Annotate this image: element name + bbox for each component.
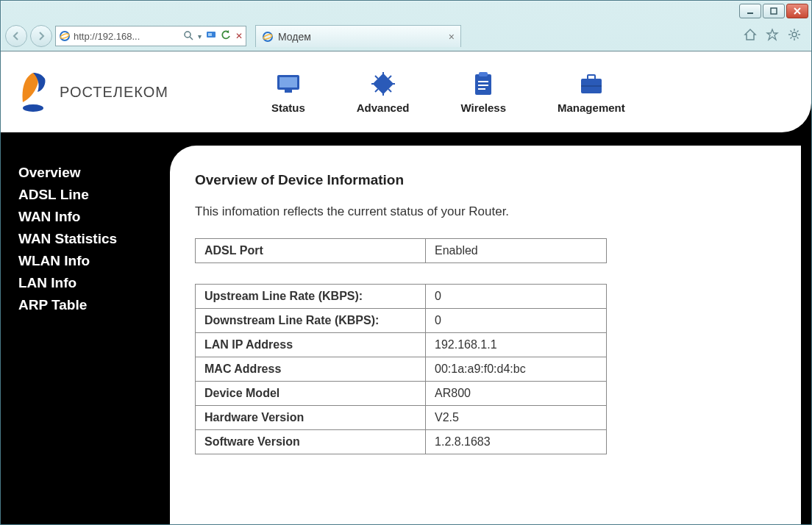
browser-toolbar: http://192.168... ▾ ✕ Модем × (1, 21, 811, 51)
tab-title: Модем (278, 31, 311, 43)
nav-advanced[interactable]: Advanced (357, 71, 410, 114)
nav-label: Management (558, 101, 625, 114)
window-titlebar (1, 1, 811, 21)
cell-label: Software Version (196, 430, 426, 454)
nav-management[interactable]: Management (558, 71, 625, 114)
sidebar-item-adsl-line[interactable]: ADSL Line (18, 184, 170, 206)
top-nav: Status Advanced Wireless Management (271, 71, 625, 114)
cell-label: ADSL Port (196, 239, 426, 263)
cell-label: Downstream Line Rate (KBPS): (196, 309, 426, 333)
home-icon[interactable] (744, 28, 757, 44)
address-bar-icons: ▾ ✕ (183, 30, 243, 43)
rostelecom-logo-icon (15, 70, 51, 114)
browser-window: http://192.168... ▾ ✕ Модем × (0, 0, 812, 525)
sidebar-item-overview[interactable]: Overview (18, 162, 170, 184)
minimize-button[interactable] (739, 4, 761, 18)
svg-rect-1 (771, 8, 777, 14)
page-content: РОСТЕЛЕКОМ Status Advanced Wireless Man (1, 51, 811, 524)
brand-name: РОСТЕЛЕКОМ (60, 84, 168, 101)
table-row: Device ModelAR800 (196, 382, 607, 406)
browser-tab[interactable]: Модем × (255, 25, 461, 47)
svg-point-10 (792, 32, 797, 37)
nav-wireless[interactable]: Wireless (460, 71, 506, 114)
sidebar-item-wan-statistics[interactable]: WAN Statistics (18, 228, 170, 250)
svg-point-4 (185, 32, 190, 38)
clipboard-icon (472, 71, 494, 96)
device-info-table: Upstream Line Rate (KBPS):0 Downstream L… (195, 284, 607, 454)
table-row: LAN IP Address192.168.1.1 (196, 333, 607, 357)
svg-line-16 (797, 38, 799, 39)
svg-line-18 (791, 38, 792, 39)
svg-rect-22 (285, 90, 292, 93)
cell-value: V2.5 (426, 406, 607, 430)
cell-label: Upstream Line Rate (KBPS): (196, 285, 426, 309)
table-row: ADSL Port Enabled (196, 239, 607, 263)
stop-icon[interactable]: ✕ (235, 31, 243, 41)
table-row: Software Version1.2.8.1683 (196, 430, 607, 454)
cell-label: Hardware Version (196, 406, 426, 430)
cell-value: 1.2.8.1683 (426, 430, 607, 454)
search-icon[interactable] (183, 30, 193, 43)
nav-label: Wireless (460, 101, 506, 114)
sidebar-item-arp-table[interactable]: ARP Table (18, 294, 170, 316)
back-button[interactable] (5, 25, 27, 47)
nav-label: Status (271, 101, 305, 114)
table-row: MAC Address00:1a:a9:f0:d4:bc (196, 357, 607, 382)
table-row: Downstream Line Rate (KBPS):0 (196, 309, 607, 333)
ie-icon (262, 31, 274, 43)
cell-value: AR800 (426, 382, 607, 406)
chip-icon (371, 72, 395, 96)
close-button[interactable] (786, 4, 808, 18)
sidebar-item-wlan-info[interactable]: WLAN Info (18, 250, 170, 272)
cell-value: 00:1a:a9:f0:d4:bc (426, 357, 607, 382)
svg-line-17 (797, 31, 799, 32)
svg-line-29 (388, 89, 391, 92)
tools-icon[interactable] (788, 28, 801, 44)
nav-label: Advanced (357, 101, 410, 114)
top-banner: РОСТЕЛЕКОМ Status Advanced Wireless Man (1, 51, 811, 132)
dropdown-arrow-icon[interactable]: ▾ (198, 32, 202, 40)
page-subtext: This infomation reflects the current sta… (195, 204, 776, 219)
cell-value: 0 (426, 285, 607, 309)
sidebar-item-lan-info[interactable]: LAN Info (18, 272, 170, 294)
maximize-button[interactable] (763, 4, 785, 18)
brand-logo: РОСТЕЛЕКОМ (15, 70, 168, 114)
adsl-port-table: ADSL Port Enabled (195, 238, 607, 263)
main-panel: Overview of Device Information This info… (170, 146, 801, 524)
svg-rect-38 (588, 75, 595, 79)
svg-line-31 (375, 89, 378, 92)
cell-label: Device Model (196, 382, 426, 406)
browser-right-icons (744, 28, 807, 44)
cell-value: Enabled (426, 239, 607, 263)
svg-line-28 (375, 76, 378, 79)
compat-view-icon[interactable] (206, 31, 216, 42)
svg-line-30 (388, 76, 391, 79)
sidebar-item-wan-info[interactable]: WAN Info (18, 206, 170, 228)
address-bar[interactable]: http://192.168... ▾ ✕ (55, 26, 246, 46)
svg-rect-21 (279, 77, 297, 88)
refresh-icon[interactable] (221, 30, 231, 43)
address-text: http://192.168... (74, 31, 140, 42)
cell-value: 192.168.1.1 (426, 333, 607, 357)
cell-value: 0 (426, 309, 607, 333)
svg-line-5 (190, 37, 193, 40)
forward-button[interactable] (30, 25, 52, 47)
svg-point-19 (23, 104, 43, 112)
svg-rect-7 (208, 33, 212, 36)
nav-status[interactable]: Status (271, 71, 305, 114)
table-row: Upstream Line Rate (KBPS):0 (196, 285, 607, 309)
monitor-icon (276, 74, 301, 94)
page-heading: Overview of Device Information (195, 172, 776, 188)
table-row: Hardware VersionV2.5 (196, 406, 607, 430)
ie-icon (59, 30, 71, 42)
tab-close-icon[interactable]: × (449, 31, 455, 43)
cell-label: MAC Address (196, 357, 426, 382)
svg-line-15 (791, 31, 792, 32)
briefcase-icon (580, 73, 603, 95)
svg-rect-33 (479, 72, 488, 76)
sidebar: Overview ADSL Line WAN Info WAN Statisti… (1, 132, 170, 524)
cell-label: LAN IP Address (196, 333, 426, 357)
favorites-icon[interactable] (766, 28, 779, 44)
